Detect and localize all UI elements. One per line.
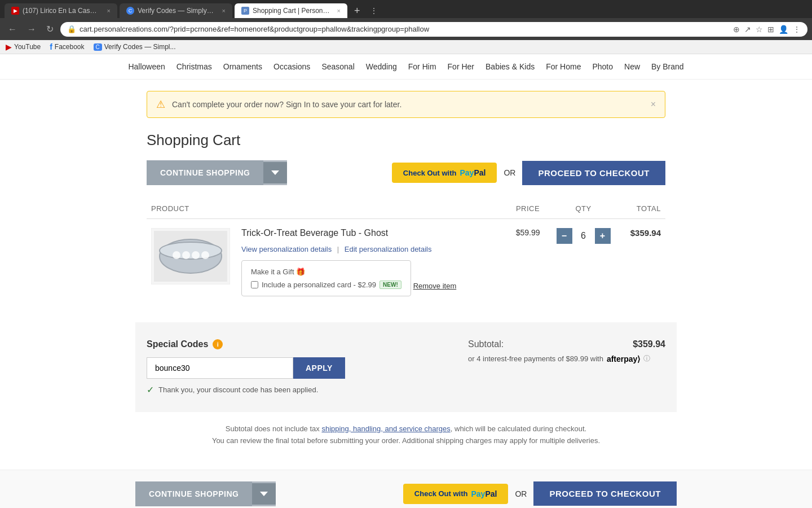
tab-close-lirico[interactable]: × xyxy=(107,7,111,14)
nav-for-home[interactable]: For Home xyxy=(546,62,581,71)
cart-table-header: PRODUCT PRICE QTY TOTAL xyxy=(147,199,665,219)
special-codes-section: Special Codes i APPLY ✓ Thank you, your … xyxy=(147,339,445,395)
svg-marker-0 xyxy=(271,170,279,175)
alert-close-button[interactable]: × xyxy=(651,99,656,110)
afterpay-logo: afterpay⟩ xyxy=(607,354,640,364)
bookmark-icon[interactable]: ☆ xyxy=(756,25,763,34)
apply-code-button[interactable]: APPLY xyxy=(293,357,345,379)
nav-by-brand[interactable]: By Brand xyxy=(651,62,684,71)
proceed-checkout-button-top[interactable]: PROCEED TO CHECKOUT xyxy=(522,161,665,185)
gift-card-checkbox[interactable] xyxy=(251,281,258,288)
nav-new[interactable]: New xyxy=(624,62,640,71)
tab-simply[interactable]: C Verify Codes — SimplyCodes × xyxy=(120,3,232,18)
bottom-action-bar-inner: CONTINUE SHOPPING Check Out with PayPal … xyxy=(135,481,677,506)
special-codes-label: Special Codes xyxy=(147,339,208,349)
edit-personalization-link[interactable]: Edit personalization details xyxy=(345,245,432,253)
tab-close-simply[interactable]: × xyxy=(222,7,226,14)
bookmark-youtube[interactable]: ▶ YouTube xyxy=(6,42,41,51)
back-button[interactable]: ← xyxy=(5,22,20,37)
view-personalization-link[interactable]: View personalization details xyxy=(241,245,332,253)
tab-overflow-button[interactable]: ⋮ xyxy=(367,7,381,15)
paypal-checkout-button-bottom[interactable]: Check Out with PayPal xyxy=(403,484,509,504)
gift-card-label[interactable]: Include a personalized card - $2.99 NEW! xyxy=(251,281,401,289)
nav-babies-kids[interactable]: Babies & Kids xyxy=(486,62,535,71)
site-nav: Halloween Christmas Ornaments Occasions … xyxy=(0,54,812,80)
bookmark-facebook[interactable]: f Facebook xyxy=(50,42,84,51)
translate-icon[interactable]: ⊕ xyxy=(733,25,740,34)
svg-point-4 xyxy=(173,251,180,259)
continue-shopping-dropdown-bottom[interactable] xyxy=(252,483,276,505)
youtube-icon: ▶ xyxy=(6,42,12,51)
col-price: PRICE xyxy=(509,199,547,219)
make-gift-title: Make it a Gift 🎁 xyxy=(251,268,401,276)
tab-favicon-lirico: ▶ xyxy=(11,7,19,15)
svg-point-6 xyxy=(192,251,200,259)
nav-halloween[interactable]: Halloween xyxy=(128,62,165,71)
continue-shopping-button-top[interactable]: CONTINUE SHOPPING xyxy=(147,160,287,185)
price-cell: $59.99 xyxy=(509,219,547,306)
afterpay-info-icon[interactable]: ⓘ xyxy=(643,354,650,364)
menu-icon[interactable]: ⋮ xyxy=(793,25,801,34)
chevron-down-icon-top xyxy=(271,170,279,176)
tab-cart[interactable]: P Shopping Cart | Personal Creations × xyxy=(235,3,347,18)
address-bar[interactable]: 🔒 cart.personalcreations.com/?prid=pcrno… xyxy=(60,22,807,37)
tab-title-lirico: (107) Lirico En La Casa x Atomi... xyxy=(23,7,100,15)
nav-christmas[interactable]: Christmas xyxy=(176,62,212,71)
paypal-label-bottom: Check Out with xyxy=(414,489,468,498)
special-code-input[interactable] xyxy=(147,357,293,379)
continue-shopping-label-bottom: CONTINUE SHOPPING xyxy=(135,481,252,506)
paypal-checkout-button-top[interactable]: Check Out with PayPal xyxy=(392,163,497,183)
nav-occasions[interactable]: Occasions xyxy=(273,62,310,71)
alert-text: Can't complete your order now? Sign In t… xyxy=(172,100,644,109)
extension-icon[interactable]: ⊞ xyxy=(767,25,774,34)
qty-decrease-button[interactable]: − xyxy=(557,228,572,244)
product-cell-inner: Trick-Or-Treat Beverage Tub - Ghost View… xyxy=(151,228,504,296)
make-gift-box: Make it a Gift 🎁 Include a personalized … xyxy=(241,260,411,296)
url-text: cart.personalcreations.com/?prid=pcrnone… xyxy=(80,25,429,33)
bottom-section: Special Codes i APPLY ✓ Thank you, your … xyxy=(135,322,677,412)
nav-seasonal[interactable]: Seasonal xyxy=(321,62,354,71)
afterpay-row: or 4 interest-free payments of $89.99 wi… xyxy=(468,354,665,364)
nav-wedding[interactable]: Wedding xyxy=(366,62,397,71)
qty-cell: − 6 + xyxy=(547,219,620,306)
order-summary: Subtotal: $359.94 or 4 interest-free pay… xyxy=(468,339,665,395)
continue-shopping-button-bottom[interactable]: CONTINUE SHOPPING xyxy=(135,481,276,506)
tab-bar: ▶ (107) Lirico En La Casa x Atomi... × C… xyxy=(0,0,812,18)
product-image-svg xyxy=(154,231,227,282)
profile-icon[interactable]: 👤 xyxy=(779,25,788,34)
share-icon[interactable]: ↗ xyxy=(744,25,751,34)
shipping-charges-link[interactable]: shipping, handling, and service charges xyxy=(321,424,450,433)
reload-button[interactable]: ↻ xyxy=(43,21,57,37)
footer-note-line2: You can review the final total before su… xyxy=(158,435,654,447)
bookmark-simplycodes[interactable]: C Verify Codes — Simpl... xyxy=(94,43,176,51)
continue-shopping-dropdown-top[interactable] xyxy=(263,162,287,183)
col-qty: QTY xyxy=(547,199,620,219)
new-tab-button[interactable]: + xyxy=(350,5,365,17)
nav-for-her[interactable]: For Her xyxy=(448,62,474,71)
success-check-icon: ✓ xyxy=(147,384,154,395)
discount-success-text: Thank you, your discount code has been a… xyxy=(158,386,318,394)
alert-warning-icon: ⚠ xyxy=(156,98,165,111)
nav-photo[interactable]: Photo xyxy=(592,62,613,71)
remove-item-link[interactable]: Remove item xyxy=(413,282,457,290)
lock-icon: 🔒 xyxy=(67,25,76,33)
cart-table: PRODUCT PRICE QTY TOTAL xyxy=(147,199,665,305)
proceed-checkout-button-bottom[interactable]: PROCEED TO CHECKOUT xyxy=(533,481,677,506)
paypal-label-top: Check Out with xyxy=(403,169,457,177)
nav-for-him[interactable]: For Him xyxy=(408,62,436,71)
tab-close-cart[interactable]: × xyxy=(337,7,341,14)
afterpay-text: or 4 interest-free payments of $89.99 wi… xyxy=(468,354,603,363)
simplycodes-icon: C xyxy=(94,43,102,51)
tab-lirico[interactable]: ▶ (107) Lirico En La Casa x Atomi... × xyxy=(5,3,117,18)
or-text-bottom: OR xyxy=(515,489,527,498)
nav-ornaments[interactable]: Ornaments xyxy=(223,62,262,71)
product-cell: Trick-Or-Treat Beverage Tub - Ghost View… xyxy=(147,219,509,306)
special-codes-info-icon[interactable]: i xyxy=(213,339,223,349)
tab-favicon-simply: C xyxy=(126,7,134,15)
bottom-right-actions: Check Out with PayPal OR PROCEED TO CHEC… xyxy=(403,481,677,506)
qty-increase-button[interactable]: + xyxy=(595,228,611,244)
page-wrapper: Halloween Christmas Ornaments Occasions … xyxy=(0,54,812,508)
forward-button[interactable]: → xyxy=(24,22,39,37)
footer-note: Subtotal does not include tax shipping, … xyxy=(147,412,665,458)
subtotal-row: Subtotal: $359.94 xyxy=(468,339,665,349)
